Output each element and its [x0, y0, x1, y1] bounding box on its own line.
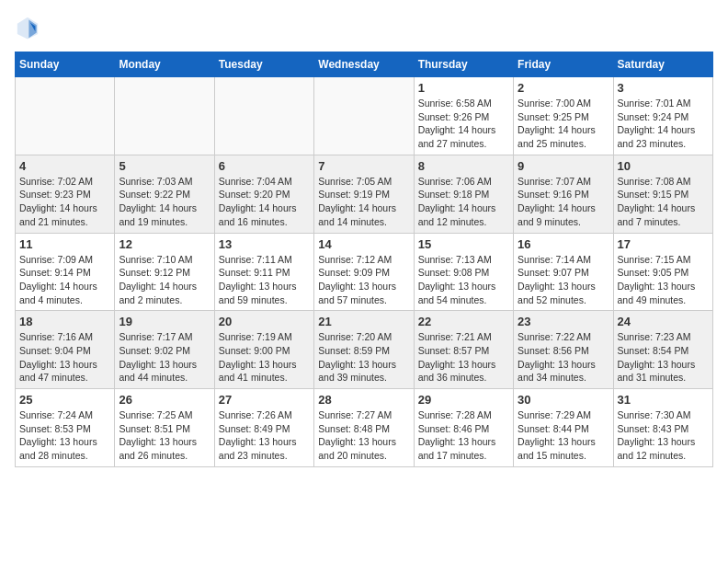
calendar-header-row: SundayMondayTuesdayWednesdayThursdayFrid… — [16, 52, 713, 77]
day-info: Sunrise: 7:16 AM Sunset: 9:04 PM Dayligh… — [19, 330, 110, 385]
day-info: Sunrise: 7:29 AM Sunset: 8:44 PM Dayligh… — [518, 408, 609, 463]
day-info: Sunrise: 7:23 AM Sunset: 8:54 PM Dayligh… — [618, 330, 709, 385]
day-number: 23 — [518, 315, 609, 328]
day-number: 20 — [219, 315, 310, 328]
day-info: Sunrise: 7:02 AM Sunset: 9:23 PM Dayligh… — [19, 175, 110, 229]
day-info: Sunrise: 7:06 AM Sunset: 9:18 PM Dayligh… — [418, 175, 509, 229]
day-number: 1 — [418, 81, 509, 95]
calendar-cell: 3Sunrise: 7:01 AM Sunset: 9:24 PM Daylig… — [613, 77, 712, 155]
weekday-header: Saturday — [613, 52, 712, 77]
calendar-cell: 2Sunrise: 7:00 AM Sunset: 9:25 PM Daylig… — [514, 77, 613, 155]
day-number: 22 — [418, 315, 509, 328]
day-number: 18 — [19, 315, 110, 328]
day-info: Sunrise: 7:22 AM Sunset: 8:56 PM Dayligh… — [518, 330, 609, 385]
day-number: 19 — [119, 315, 210, 328]
day-number: 10 — [618, 159, 709, 173]
day-info: Sunrise: 7:05 AM Sunset: 9:19 PM Dayligh… — [318, 175, 409, 229]
calendar-cell: 15Sunrise: 7:13 AM Sunset: 9:08 PM Dayli… — [414, 233, 513, 311]
calendar-cell: 27Sunrise: 7:26 AM Sunset: 8:49 PM Dayli… — [214, 389, 313, 467]
day-info: Sunrise: 7:07 AM Sunset: 9:16 PM Dayligh… — [518, 175, 609, 229]
day-number: 28 — [318, 393, 409, 407]
calendar-cell: 12Sunrise: 7:10 AM Sunset: 9:12 PM Dayli… — [115, 233, 214, 311]
calendar-cell: 9Sunrise: 7:07 AM Sunset: 9:16 PM Daylig… — [514, 155, 613, 233]
day-number: 30 — [518, 393, 609, 407]
calendar-cell: 29Sunrise: 7:28 AM Sunset: 8:46 PM Dayli… — [414, 389, 513, 467]
calendar-cell — [214, 77, 313, 155]
day-info: Sunrise: 7:04 AM Sunset: 9:20 PM Dayligh… — [219, 175, 310, 229]
calendar-cell — [314, 77, 414, 155]
day-info: Sunrise: 7:13 AM Sunset: 9:08 PM Dayligh… — [418, 253, 509, 307]
calendar-cell: 19Sunrise: 7:17 AM Sunset: 9:02 PM Dayli… — [115, 311, 214, 389]
calendar-cell: 6Sunrise: 7:04 AM Sunset: 9:20 PM Daylig… — [214, 155, 313, 233]
day-info: Sunrise: 7:14 AM Sunset: 9:07 PM Dayligh… — [518, 253, 609, 307]
calendar-cell: 5Sunrise: 7:03 AM Sunset: 9:22 PM Daylig… — [115, 155, 214, 233]
day-number: 11 — [19, 237, 110, 251]
calendar-cell: 11Sunrise: 7:09 AM Sunset: 9:14 PM Dayli… — [16, 233, 115, 311]
day-number: 26 — [119, 393, 210, 407]
calendar-cell — [115, 77, 214, 155]
calendar-cell: 31Sunrise: 7:30 AM Sunset: 8:43 PM Dayli… — [613, 389, 712, 467]
day-info: Sunrise: 7:21 AM Sunset: 8:57 PM Dayligh… — [418, 330, 509, 385]
calendar-cell: 17Sunrise: 7:15 AM Sunset: 9:05 PM Dayli… — [613, 233, 712, 311]
day-info: Sunrise: 7:08 AM Sunset: 9:15 PM Dayligh… — [618, 175, 709, 229]
calendar-cell: 8Sunrise: 7:06 AM Sunset: 9:18 PM Daylig… — [414, 155, 513, 233]
day-number: 6 — [219, 159, 310, 173]
weekday-header: Tuesday — [214, 52, 313, 77]
calendar-week-row: 18Sunrise: 7:16 AM Sunset: 9:04 PM Dayli… — [16, 311, 713, 389]
calendar-cell: 14Sunrise: 7:12 AM Sunset: 9:09 PM Dayli… — [314, 233, 414, 311]
day-number: 25 — [19, 393, 110, 407]
weekday-header: Thursday — [414, 52, 513, 77]
day-number: 12 — [119, 237, 210, 251]
day-info: Sunrise: 7:19 AM Sunset: 9:00 PM Dayligh… — [219, 330, 310, 385]
weekday-header: Sunday — [16, 52, 115, 77]
day-number: 7 — [318, 159, 409, 173]
calendar-cell: 1Sunrise: 6:58 AM Sunset: 9:26 PM Daylig… — [414, 77, 513, 155]
calendar-cell: 28Sunrise: 7:27 AM Sunset: 8:48 PM Dayli… — [314, 389, 414, 467]
calendar-cell: 20Sunrise: 7:19 AM Sunset: 9:00 PM Dayli… — [214, 311, 313, 389]
calendar-cell: 13Sunrise: 7:11 AM Sunset: 9:11 PM Dayli… — [214, 233, 313, 311]
day-number: 2 — [518, 81, 609, 95]
day-info: Sunrise: 7:09 AM Sunset: 9:14 PM Dayligh… — [19, 253, 110, 307]
day-number: 15 — [418, 237, 509, 251]
day-info: Sunrise: 6:58 AM Sunset: 9:26 PM Dayligh… — [418, 97, 509, 151]
page-header — [15, 15, 713, 40]
day-info: Sunrise: 7:27 AM Sunset: 8:48 PM Dayligh… — [318, 408, 409, 463]
day-info: Sunrise: 7:03 AM Sunset: 9:22 PM Dayligh… — [119, 175, 210, 229]
calendar-cell: 26Sunrise: 7:25 AM Sunset: 8:51 PM Dayli… — [115, 389, 214, 467]
day-info: Sunrise: 7:00 AM Sunset: 9:25 PM Dayligh… — [518, 97, 609, 151]
calendar-cell: 16Sunrise: 7:14 AM Sunset: 9:07 PM Dayli… — [514, 233, 613, 311]
day-number: 5 — [119, 159, 210, 173]
calendar-week-row: 4Sunrise: 7:02 AM Sunset: 9:23 PM Daylig… — [16, 155, 713, 233]
calendar-week-row: 1Sunrise: 6:58 AM Sunset: 9:26 PM Daylig… — [16, 77, 713, 155]
weekday-header: Monday — [115, 52, 214, 77]
calendar-cell: 7Sunrise: 7:05 AM Sunset: 9:19 PM Daylig… — [314, 155, 414, 233]
day-info: Sunrise: 7:15 AM Sunset: 9:05 PM Dayligh… — [618, 253, 709, 307]
day-info: Sunrise: 7:25 AM Sunset: 8:51 PM Dayligh… — [119, 408, 210, 463]
day-number: 29 — [418, 393, 509, 407]
day-number: 27 — [219, 393, 310, 407]
calendar-cell: 4Sunrise: 7:02 AM Sunset: 9:23 PM Daylig… — [16, 155, 115, 233]
calendar-cell: 23Sunrise: 7:22 AM Sunset: 8:56 PM Dayli… — [514, 311, 613, 389]
weekday-header: Friday — [514, 52, 613, 77]
logo — [15, 15, 44, 40]
day-number: 24 — [618, 315, 709, 328]
day-info: Sunrise: 7:24 AM Sunset: 8:53 PM Dayligh… — [19, 408, 110, 463]
day-info: Sunrise: 7:26 AM Sunset: 8:49 PM Dayligh… — [219, 408, 310, 463]
logo-icon — [15, 15, 40, 40]
day-number: 17 — [618, 237, 709, 251]
day-number: 16 — [518, 237, 609, 251]
calendar-cell: 24Sunrise: 7:23 AM Sunset: 8:54 PM Dayli… — [613, 311, 712, 389]
day-number: 31 — [618, 393, 709, 407]
day-info: Sunrise: 7:17 AM Sunset: 9:02 PM Dayligh… — [119, 330, 210, 385]
day-info: Sunrise: 7:11 AM Sunset: 9:11 PM Dayligh… — [219, 253, 310, 307]
calendar-week-row: 25Sunrise: 7:24 AM Sunset: 8:53 PM Dayli… — [16, 389, 713, 467]
day-number: 9 — [518, 159, 609, 173]
weekday-header: Wednesday — [314, 52, 414, 77]
calendar-cell: 10Sunrise: 7:08 AM Sunset: 9:15 PM Dayli… — [613, 155, 712, 233]
day-number: 8 — [418, 159, 509, 173]
day-info: Sunrise: 7:20 AM Sunset: 8:59 PM Dayligh… — [318, 330, 409, 385]
day-info: Sunrise: 7:10 AM Sunset: 9:12 PM Dayligh… — [119, 253, 210, 307]
day-number: 14 — [318, 237, 409, 251]
calendar-week-row: 11Sunrise: 7:09 AM Sunset: 9:14 PM Dayli… — [16, 233, 713, 311]
day-number: 3 — [618, 81, 709, 95]
